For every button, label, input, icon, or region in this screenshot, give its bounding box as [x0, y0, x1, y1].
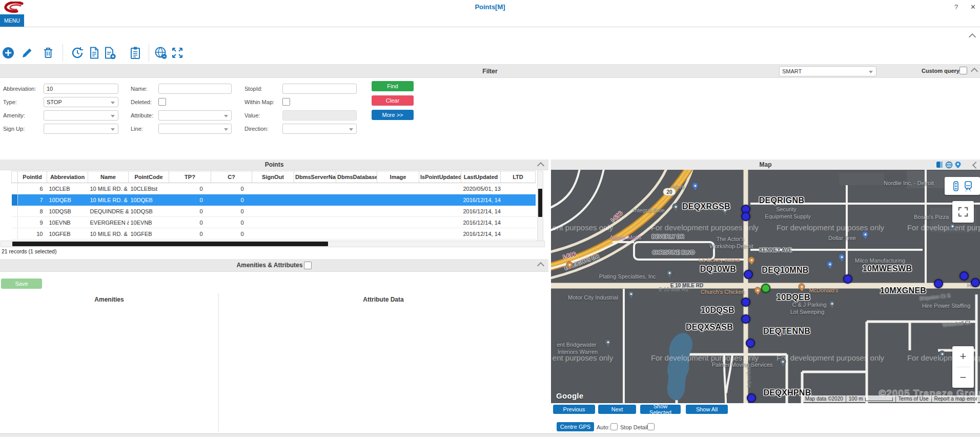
- column-header[interactable]: LTD: [501, 171, 536, 183]
- stop-label: DQ10WB: [700, 265, 736, 274]
- row-selector[interactable]: [12, 228, 18, 240]
- stop-details-checkbox[interactable]: [647, 423, 655, 430]
- horizontal-scrollbar-thumb[interactable]: [12, 242, 328, 246]
- amenities-section-title: Amenities & Attributes: [237, 262, 303, 269]
- amenities-panel-title: Amenities: [0, 296, 218, 303]
- zoom-control: + −: [952, 346, 974, 388]
- records-status: 21 records (1 selected): [2, 248, 56, 254]
- zoom-in-button[interactable]: +: [952, 346, 974, 367]
- column-header[interactable]: IsPointUpdated: [419, 171, 461, 183]
- line-select[interactable]: [158, 124, 232, 134]
- toolbar-separator: [63, 44, 63, 62]
- transit-icon[interactable]: [964, 181, 972, 191]
- signup-select[interactable]: [44, 124, 118, 134]
- deleted-checkbox[interactable]: [158, 98, 166, 106]
- traffic-icon[interactable]: [953, 181, 959, 191]
- map-globe-icon[interactable]: [945, 161, 953, 169]
- vertical-scrollbar-thumb[interactable]: [538, 189, 542, 217]
- points-section-bar: Points: [0, 160, 548, 170]
- map-canvas[interactable]: ent purposes onlyFor development purpose…: [551, 170, 980, 403]
- document-icon[interactable]: [88, 46, 101, 59]
- toolbar-separator: [149, 44, 149, 62]
- custom-query-checkbox[interactable]: [959, 67, 967, 74]
- type-select[interactable]: STOP: [44, 97, 118, 107]
- expand-icon[interactable]: [171, 46, 184, 59]
- column-header[interactable]: Image: [377, 171, 419, 183]
- add-icon[interactable]: [2, 46, 15, 59]
- history-icon[interactable]: [71, 46, 84, 59]
- attribute-label: Attribute:: [131, 112, 153, 118]
- name-label: Name:: [131, 86, 147, 92]
- report-error-link[interactable]: Report a map error: [932, 395, 980, 402]
- zoom-out-button[interactable]: −: [952, 367, 974, 388]
- column-header[interactable]: C?: [211, 171, 252, 183]
- stop-label: 10DQSB: [701, 306, 734, 315]
- direction-select[interactable]: [282, 124, 357, 134]
- value-label: Value:: [244, 112, 260, 118]
- filter-title: Filter: [482, 68, 497, 75]
- line-label: Line:: [131, 126, 143, 132]
- map-title: Map: [760, 161, 772, 168]
- name-input[interactable]: [158, 84, 232, 94]
- column-header[interactable]: SignOut: [252, 171, 294, 183]
- column-header[interactable]: TP?: [169, 171, 211, 183]
- clear-button[interactable]: Clear: [372, 95, 414, 106]
- column-header[interactable]: DbmsDatabaseI: [336, 171, 377, 183]
- amenities-section-checkbox[interactable]: [304, 262, 312, 269]
- previous-button[interactable]: Previous: [553, 405, 595, 414]
- save-button[interactable]: Save: [1, 279, 42, 289]
- column-header[interactable]: Abbreviation: [47, 171, 88, 183]
- signup-label: Sign Up:: [3, 126, 25, 132]
- auto-checkbox[interactable]: [610, 423, 618, 430]
- toolbar: [0, 27, 980, 65]
- table-row[interactable]: 1010GFEB10 MILE RD. & G10GFEB 00 2016/12…: [12, 228, 536, 240]
- profile-select[interactable]: SMART: [779, 66, 876, 76]
- amenity-select[interactable]: [44, 110, 118, 121]
- collapse-toolbar-chevron-icon[interactable]: [969, 33, 976, 41]
- map-stop-label-layer: DEQXRGSBDEQRIGNBDQ10WBDEQ10MNB10MWESWB10…: [551, 170, 980, 403]
- row-selector[interactable]: [12, 194, 18, 206]
- column-header[interactable]: PointId: [18, 171, 47, 183]
- table-row[interactable]: 610CLEB10 MILE RD. & C10CLEBtst 00 2020/…: [12, 183, 536, 194]
- value-input[interactable]: [282, 110, 357, 121]
- next-button[interactable]: Next: [598, 405, 636, 414]
- abbreviation-input[interactable]: [44, 84, 118, 94]
- show-selected-button[interactable]: Show Selected: [640, 405, 681, 414]
- more-button[interactable]: More >>: [372, 110, 414, 120]
- table-row[interactable]: 910EVNBEVERGREEN & 110EVNB 00 2016/12/14…: [12, 217, 536, 228]
- points-title: Points: [265, 161, 284, 168]
- close-icon[interactable]: ✕: [970, 3, 976, 11]
- delete-icon[interactable]: [42, 46, 55, 59]
- show-all-button[interactable]: Show All: [686, 405, 728, 414]
- map-pushpin-icon[interactable]: [954, 161, 962, 169]
- map-section-bar: Map: [551, 160, 980, 170]
- auto-label: Auto:: [597, 424, 610, 430]
- table-row[interactable]: 710DQEB10 MILE RD. & D10DQEB 00 2016/12/…: [12, 194, 536, 206]
- row-selector[interactable]: [12, 183, 18, 194]
- fullscreen-button[interactable]: [952, 201, 974, 223]
- help-icon[interactable]: ?: [954, 3, 958, 11]
- menu-button[interactable]: MENU: [0, 14, 24, 27]
- map-panel-icon[interactable]: [936, 161, 943, 168]
- attribute-select[interactable]: [158, 110, 232, 121]
- stop-label: DEQ10MNB: [762, 266, 808, 275]
- terms-link[interactable]: Terms of Use: [896, 395, 931, 402]
- page-title: Points[M]: [0, 3, 980, 11]
- column-header[interactable]: PointCode: [129, 171, 169, 183]
- row-selector[interactable]: [12, 217, 18, 228]
- audit-list-icon[interactable]: [129, 46, 142, 59]
- points-table: PointIdAbbreviationNamePointCodeTP?C?Sig…: [11, 171, 536, 240]
- column-header[interactable]: Name: [88, 171, 129, 183]
- document-export-icon[interactable]: [103, 46, 116, 59]
- globe-search-icon[interactable]: [154, 46, 168, 59]
- find-button[interactable]: Find: [372, 81, 414, 91]
- edit-icon[interactable]: [21, 46, 34, 59]
- stopid-input[interactable]: [282, 84, 357, 94]
- centre-gps-button[interactable]: Centre GPS: [557, 422, 594, 431]
- map-scale: 100 m: [846, 395, 895, 402]
- column-header[interactable]: LastUpdated: [461, 171, 501, 183]
- table-row[interactable]: 810DQSBDEQUINDRE & 110DQSB 00 2016/12/14…: [12, 206, 536, 217]
- within-map-checkbox[interactable]: [282, 98, 290, 106]
- column-header[interactable]: DbmsServerNa: [294, 171, 336, 183]
- row-selector[interactable]: [12, 206, 18, 217]
